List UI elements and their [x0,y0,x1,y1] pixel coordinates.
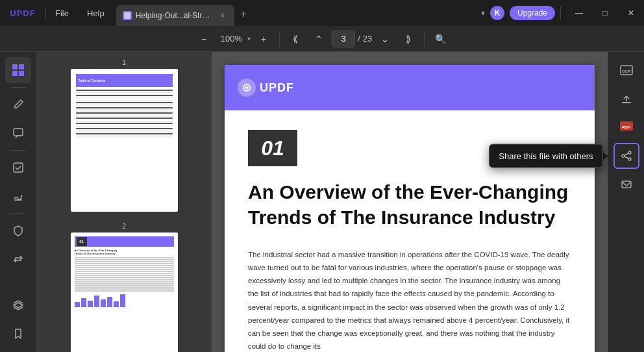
share-btn-container: Share this file with others [613,143,639,169]
svg-text:OCR: OCR [622,69,631,73]
help-menu[interactable]: Help [78,0,114,26]
pdf-content: 01 An Overview of the Ever-Changing Tren… [225,110,595,352]
page-number-input[interactable] [332,31,355,47]
new-tab-btn[interactable]: + [238,6,249,23]
tab-title: Helping-Out...al-Strength [136,11,214,20]
minimize-btn[interactable]: — [566,0,592,26]
thumb-image-1: Table of Contents [71,69,178,212]
maximize-btn[interactable]: □ [592,0,618,26]
comment-tool-btn[interactable] [5,120,31,146]
svg-rect-3 [12,71,18,76]
upgrade-button[interactable]: Upgrade [510,6,555,20]
toolbar-divider-1 [279,31,280,47]
file-menu[interactable]: File [46,0,78,26]
zoom-group: 100% ▾ [217,34,251,44]
svg-rect-1 [12,64,18,69]
app-logo: UPDF [0,0,45,26]
svg-point-16 [628,158,631,160]
tool-divider-2 [10,150,26,151]
upgrade-label: Upgrade [517,8,547,18]
app-logo-text: UPDF [10,8,35,18]
left-sidebar [0,52,36,352]
page-separator: / [358,34,360,44]
scan-upload-btn[interactable] [613,86,639,112]
svg-text:PDF↑: PDF↑ [622,125,632,129]
tabs-dropdown-arrow[interactable]: ▾ [481,8,485,18]
svg-point-15 [622,155,625,157]
pdf-logo-text: UPDF [260,81,294,95]
pdf-number-box: 01 [248,130,297,166]
sign-tool-btn[interactable] [5,183,31,209]
menu-items: File Help [46,0,114,26]
svg-rect-6 [14,163,23,172]
active-tab[interactable]: Helping-Out...al-Strength × [116,5,234,26]
tool-divider-3 [10,213,26,214]
toolbar-divider-2 [424,31,425,47]
page-prev-btn[interactable]: ⌃ [308,29,329,49]
page-last-btn[interactable]: ⟫ [398,29,419,49]
thumbnail-panel: 1 Table of Contents [36,52,212,352]
page-first-btn[interactable]: ⟪ [285,29,306,49]
tabs-area: Helping-Out...al-Strength × + [114,0,481,26]
svg-line-17 [625,153,628,155]
svg-point-14 [628,151,631,154]
thumb-label-2: 2 [122,222,126,230]
view-mode-btn[interactable] [5,57,31,83]
thumb-image-2: 01 An Overview of the Ever-ChangingTrend… [71,233,178,352]
email-btn[interactable] [613,171,639,197]
zoom-level: 100% [217,34,246,44]
thumbnail-item-2[interactable]: 2 01 An Overview of the Ever-ChangingTre… [43,222,205,352]
pdf-logo: UPDF [238,79,294,97]
tool-divider-1 [10,87,26,88]
svg-rect-0 [124,12,130,19]
toolbar: − 100% ▾ + ⟪ ⌃ / 23 ⌄ ⟫ 🔍 [0,26,644,52]
tab-icon [123,11,132,20]
svg-rect-11 [622,102,631,103]
tab-close-btn[interactable]: × [217,10,228,21]
edit-tool-btn[interactable] [5,92,31,118]
pdf-header: UPDF [225,65,595,110]
bookmark-tool-btn[interactable] [5,321,31,347]
content-area: UPDF 01 An Overview of the Ever-Changing… [212,52,608,352]
user-avatar[interactable]: K [490,6,504,20]
title-right: ▾ K Upgrade [481,6,566,20]
page-next-btn[interactable]: ⌄ [375,29,395,49]
search-btn[interactable]: 🔍 [430,29,451,49]
pdf-convert-btn[interactable]: PDF↑ [613,114,639,140]
pdf-number-text: 01 [261,136,284,160]
right-sidebar: OCR PDF↑ Share this file with others [608,52,644,352]
ocr-btn[interactable]: OCR [613,57,639,83]
pdf-logo-icon [238,79,256,97]
pdf-title: An Overview of the Ever-Changing Trends … [248,179,571,230]
page-input-group: / 23 [332,31,372,47]
thumbnail-item-1[interactable]: 1 Table of Contents [43,58,205,212]
window-controls: — □ ✕ [566,0,644,26]
close-btn[interactable]: ✕ [618,0,644,26]
win-divider [560,6,561,19]
share-file-btn[interactable] [613,143,639,169]
svg-line-18 [625,157,628,158]
zoom-out-btn[interactable]: − [193,29,214,49]
zoom-in-btn[interactable]: + [253,29,274,49]
convert-tool-btn[interactable] [5,246,31,272]
pdf-page: UPDF 01 An Overview of the Ever-Changing… [225,65,595,352]
main-area: 1 Table of Contents [0,52,644,352]
titlebar: UPDF File Help Helping-Out...al-Strength… [0,0,644,26]
page-total: 23 [363,34,372,44]
layers-tool-btn[interactable] [5,292,31,318]
svg-rect-2 [19,64,24,69]
zoom-dropdown-arrow[interactable]: ▾ [247,35,251,42]
pdf-body: The industrial sector had a massive tran… [248,248,571,352]
svg-rect-5 [14,129,23,136]
svg-rect-4 [19,71,24,76]
thumb-label-1: 1 [122,58,126,66]
form-tool-btn[interactable] [5,155,31,181]
svg-rect-19 [622,181,631,188]
protect-tool-btn[interactable] [5,218,31,244]
